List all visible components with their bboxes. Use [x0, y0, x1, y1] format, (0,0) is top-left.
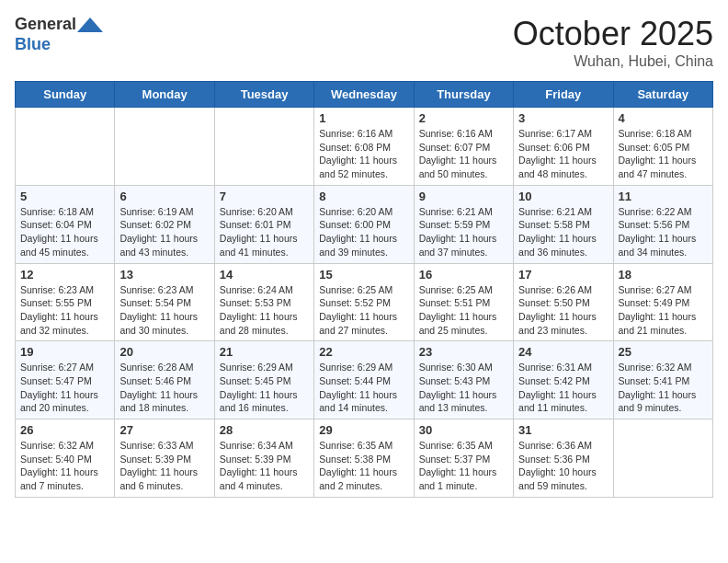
day-info: Sunrise: 6:19 AM Sunset: 6:02 PM Dayligh… [119, 205, 209, 259]
calendar-week-row: 19Sunrise: 6:27 AM Sunset: 5:47 PM Dayli… [16, 341, 713, 419]
day-info: Sunrise: 6:29 AM Sunset: 5:44 PM Dayligh… [319, 361, 408, 415]
calendar-cell: 16Sunrise: 6:25 AM Sunset: 5:51 PM Dayli… [414, 263, 513, 341]
calendar-cell: 11Sunrise: 6:22 AM Sunset: 5:56 PM Dayli… [613, 185, 712, 263]
day-number: 28 [220, 423, 309, 437]
day-info: Sunrise: 6:32 AM Sunset: 5:40 PM Dayligh… [20, 439, 109, 493]
calendar-week-row: 12Sunrise: 6:23 AM Sunset: 5:55 PM Dayli… [16, 263, 713, 341]
day-number: 5 [20, 190, 109, 203]
day-info: Sunrise: 6:23 AM Sunset: 5:55 PM Dayligh… [20, 283, 109, 338]
day-number: 25 [619, 345, 708, 359]
day-info: Sunrise: 6:30 AM Sunset: 5:43 PM Dayligh… [419, 361, 508, 415]
calendar-cell: 29Sunrise: 6:35 AM Sunset: 5:38 PM Dayli… [314, 419, 414, 498]
calendar-cell: 28Sunrise: 6:34 AM Sunset: 5:39 PM Dayli… [214, 419, 313, 498]
day-number: 15 [319, 268, 408, 282]
day-number: 26 [20, 423, 109, 437]
calendar-cell: 18Sunrise: 6:27 AM Sunset: 5:49 PM Dayli… [613, 263, 712, 341]
page-header: General Blue October 2025 Wuhan, Hubei, … [15, 15, 713, 70]
calendar-cell: 17Sunrise: 6:26 AM Sunset: 5:50 PM Dayli… [514, 263, 613, 341]
day-info: Sunrise: 6:25 AM Sunset: 5:51 PM Dayligh… [419, 283, 508, 338]
calendar-cell: 25Sunrise: 6:32 AM Sunset: 5:41 PM Dayli… [613, 341, 712, 419]
calendar-cell: 13Sunrise: 6:23 AM Sunset: 5:54 PM Dayli… [115, 263, 214, 341]
day-info: Sunrise: 6:16 AM Sunset: 6:07 PM Dayligh… [419, 127, 508, 181]
day-info: Sunrise: 6:27 AM Sunset: 5:47 PM Dayligh… [20, 361, 109, 415]
calendar-cell: 6Sunrise: 6:19 AM Sunset: 6:02 PM Daylig… [115, 185, 214, 263]
calendar-cell: 1Sunrise: 6:16 AM Sunset: 6:08 PM Daylig… [314, 108, 414, 186]
calendar-cell: 3Sunrise: 6:17 AM Sunset: 6:06 PM Daylig… [514, 108, 613, 186]
day-number: 8 [319, 190, 408, 203]
day-number: 6 [119, 190, 209, 203]
calendar-cell: 27Sunrise: 6:33 AM Sunset: 5:39 PM Dayli… [115, 419, 214, 498]
calendar-cell: 9Sunrise: 6:21 AM Sunset: 5:59 PM Daylig… [414, 185, 513, 263]
day-number: 31 [518, 423, 608, 437]
day-info: Sunrise: 6:21 AM Sunset: 5:59 PM Dayligh… [419, 205, 508, 259]
calendar-cell: 23Sunrise: 6:30 AM Sunset: 5:43 PM Dayli… [414, 341, 513, 419]
calendar-cell [613, 419, 712, 498]
day-info: Sunrise: 6:26 AM Sunset: 5:50 PM Dayligh… [518, 283, 608, 338]
day-number: 24 [518, 345, 608, 359]
day-number: 2 [419, 111, 508, 125]
day-info: Sunrise: 6:28 AM Sunset: 5:46 PM Dayligh… [119, 361, 209, 415]
calendar-cell: 2Sunrise: 6:16 AM Sunset: 6:07 PM Daylig… [414, 108, 513, 186]
weekday-header: Thursday [414, 82, 513, 108]
calendar-cell: 10Sunrise: 6:21 AM Sunset: 5:58 PM Dayli… [514, 185, 613, 263]
day-number: 18 [619, 268, 708, 282]
day-info: Sunrise: 6:22 AM Sunset: 5:56 PM Dayligh… [619, 205, 708, 259]
svg-marker-0 [77, 17, 103, 32]
day-info: Sunrise: 6:21 AM Sunset: 5:58 PM Dayligh… [518, 205, 608, 259]
weekday-header: Saturday [613, 82, 712, 108]
day-number: 16 [419, 268, 508, 282]
day-number: 29 [319, 423, 408, 437]
day-info: Sunrise: 6:20 AM Sunset: 6:00 PM Dayligh… [319, 205, 408, 259]
day-info: Sunrise: 6:35 AM Sunset: 5:38 PM Dayligh… [319, 439, 408, 493]
day-info: Sunrise: 6:23 AM Sunset: 5:54 PM Dayligh… [119, 283, 209, 338]
day-number: 10 [518, 190, 608, 203]
day-number: 1 [319, 111, 408, 125]
calendar-cell: 4Sunrise: 6:18 AM Sunset: 6:05 PM Daylig… [613, 108, 712, 186]
day-number: 27 [119, 423, 209, 437]
calendar-cell [115, 108, 214, 186]
day-info: Sunrise: 6:24 AM Sunset: 5:53 PM Dayligh… [220, 283, 309, 338]
day-info: Sunrise: 6:17 AM Sunset: 6:06 PM Dayligh… [518, 127, 608, 181]
logo-blue: Blue [15, 35, 51, 53]
day-number: 13 [119, 268, 209, 282]
day-number: 19 [20, 345, 109, 359]
day-info: Sunrise: 6:18 AM Sunset: 6:05 PM Dayligh… [619, 127, 708, 181]
day-number: 21 [220, 345, 309, 359]
logo: General Blue [15, 15, 104, 54]
calendar-cell: 14Sunrise: 6:24 AM Sunset: 5:53 PM Dayli… [214, 263, 313, 341]
day-number: 3 [518, 111, 608, 125]
calendar-week-row: 1Sunrise: 6:16 AM Sunset: 6:08 PM Daylig… [16, 108, 713, 186]
day-info: Sunrise: 6:34 AM Sunset: 5:39 PM Dayligh… [220, 439, 309, 493]
calendar-cell: 15Sunrise: 6:25 AM Sunset: 5:52 PM Dayli… [314, 263, 414, 341]
day-info: Sunrise: 6:36 AM Sunset: 5:36 PM Dayligh… [518, 439, 608, 493]
weekday-header: Friday [514, 82, 613, 108]
calendar-cell: 24Sunrise: 6:31 AM Sunset: 5:42 PM Dayli… [514, 341, 613, 419]
calendar-cell [16, 108, 115, 186]
calendar: SundayMondayTuesdayWednesdayThursdayFrid… [15, 81, 713, 498]
calendar-cell: 20Sunrise: 6:28 AM Sunset: 5:46 PM Dayli… [115, 341, 214, 419]
weekday-header: Monday [115, 82, 214, 108]
day-number: 7 [220, 190, 309, 203]
day-info: Sunrise: 6:25 AM Sunset: 5:52 PM Dayligh… [319, 283, 408, 338]
weekday-header: Tuesday [214, 82, 313, 108]
calendar-cell: 8Sunrise: 6:20 AM Sunset: 6:00 PM Daylig… [314, 185, 414, 263]
day-info: Sunrise: 6:32 AM Sunset: 5:41 PM Dayligh… [619, 361, 708, 415]
weekday-header: Wednesday [314, 82, 414, 108]
day-number: 9 [419, 190, 508, 203]
day-number: 12 [20, 268, 109, 282]
day-number: 20 [119, 345, 209, 359]
month-title: October 2025 [513, 15, 713, 53]
calendar-week-row: 26Sunrise: 6:32 AM Sunset: 5:40 PM Dayli… [16, 419, 713, 498]
day-number: 4 [619, 111, 708, 125]
day-number: 14 [220, 268, 309, 282]
day-number: 11 [619, 190, 708, 203]
calendar-cell: 31Sunrise: 6:36 AM Sunset: 5:36 PM Dayli… [514, 419, 613, 498]
title-block: October 2025 Wuhan, Hubei, China [513, 15, 713, 70]
calendar-cell: 30Sunrise: 6:35 AM Sunset: 5:37 PM Dayli… [414, 419, 513, 498]
calendar-week-row: 5Sunrise: 6:18 AM Sunset: 6:04 PM Daylig… [16, 185, 713, 263]
calendar-cell: 19Sunrise: 6:27 AM Sunset: 5:47 PM Dayli… [16, 341, 115, 419]
calendar-cell [214, 108, 313, 186]
logo-general: General [15, 15, 76, 33]
calendar-cell: 22Sunrise: 6:29 AM Sunset: 5:44 PM Dayli… [314, 341, 414, 419]
day-info: Sunrise: 6:35 AM Sunset: 5:37 PM Dayligh… [419, 439, 508, 493]
